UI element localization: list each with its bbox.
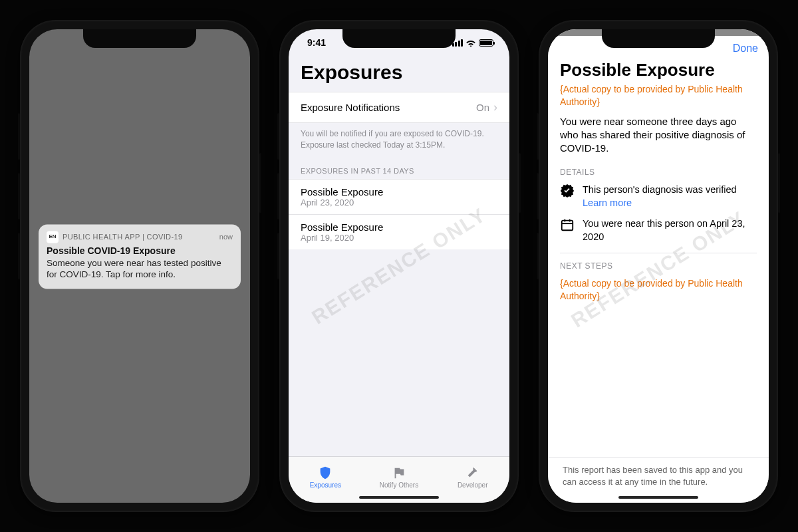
page-title: Possible Exposure — [560, 60, 757, 80]
hammer-icon — [465, 466, 481, 480]
battery-icon — [479, 39, 493, 47]
exposure-summary: You were near someone three days ago who… — [560, 115, 757, 156]
placeholder-copy: {Actual copy to be provided by Public He… — [560, 277, 757, 303]
notch — [602, 29, 715, 48]
footer-note: This report has been saved to this app a… — [560, 464, 757, 488]
row-value: On — [476, 102, 489, 113]
detail-text: This person's diagnosis was verified — [583, 184, 737, 197]
placeholder-copy: {Actual copy to be provided by Public He… — [560, 83, 757, 108]
details-header: DETAILS — [560, 168, 757, 177]
notification-title: Possible COVID-19 Exposure — [47, 245, 233, 256]
shield-icon — [317, 466, 333, 480]
list-item-date: April 19, 2020 — [301, 233, 497, 243]
home-indicator[interactable] — [618, 496, 698, 499]
notification-banner[interactable]: EN PUBLIC HEALTH APP | COVID-19 now Poss… — [39, 224, 241, 289]
notch — [342, 29, 456, 48]
wifi-icon — [466, 39, 476, 47]
detail-date: You were near this person on April 23, 2… — [560, 217, 757, 243]
done-button[interactable]: Done — [733, 43, 758, 55]
row-label: Exposure Notifications — [301, 102, 400, 113]
divider — [560, 253, 757, 253]
detail-text: You were near this person on April 23, 2… — [583, 217, 757, 243]
notification-app-icon: EN — [47, 231, 59, 243]
settings-description: You will be notified if you are exposed … — [289, 123, 509, 163]
exposure-list-item[interactable]: Possible Exposure April 19, 2020 — [289, 214, 509, 249]
home-indicator[interactable] — [359, 496, 439, 499]
list-item-date: April 23, 2020 — [301, 198, 497, 207]
calendar-icon — [560, 217, 575, 232]
tab-label: Exposures — [310, 481, 341, 489]
notification-body: Someone you were near has tested positiv… — [47, 257, 233, 281]
learn-more-link[interactable]: Learn more — [583, 198, 737, 208]
tab-exposures[interactable]: Exposures — [289, 457, 362, 503]
notch — [83, 29, 196, 48]
chevron-right-icon: › — [493, 100, 497, 114]
page-title: Exposures — [289, 56, 509, 92]
notification-time: now — [219, 233, 233, 241]
notification-app-name: PUBLIC HEALTH APP | COVID-19 — [63, 233, 215, 241]
tab-developer[interactable]: Developer — [436, 457, 509, 503]
phone-lockscreen: EN PUBLIC HEALTH APP | COVID-19 now Poss… — [20, 20, 259, 512]
detail-verified: This person's diagnosis was verified Lea… — [560, 184, 757, 209]
svg-rect-0 — [562, 221, 573, 231]
exposure-notifications-row[interactable]: Exposure Notifications On › — [289, 92, 509, 123]
list-item-title: Possible Exposure — [301, 186, 497, 198]
next-steps-header: NEXT STEPS — [560, 261, 757, 271]
verified-badge-icon — [560, 184, 575, 198]
status-time: 9:41 — [307, 37, 326, 48]
phone-exposure-detail: 9:41 .phone:nth-child(4) .battery::after… — [539, 20, 778, 512]
tab-label: Developer — [458, 481, 488, 489]
phone-exposures-list: 9:41 Exposures Exposure Notifications On… — [279, 20, 519, 512]
section-header: EXPOSURES IN PAST 14 DAYS — [289, 163, 509, 179]
flag-icon — [391, 466, 407, 480]
exposure-list-item[interactable]: Possible Exposure April 23, 2020 — [289, 179, 509, 214]
list-item-title: Possible Exposure — [301, 221, 497, 233]
tab-label: Notify Others — [380, 481, 418, 489]
